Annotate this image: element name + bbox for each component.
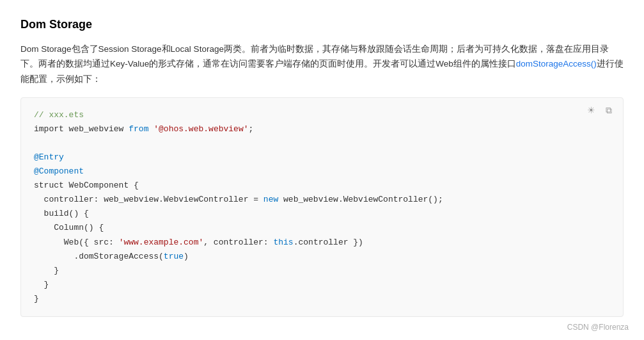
code-line-import: import web_webview from '@ohos.web.webvi…: [34, 124, 253, 134]
theme-toggle-icon[interactable]: ☀: [585, 104, 597, 117]
code-component-decorator: @Component: [34, 166, 84, 176]
code-domstorage-line: .domStorageAccess(true): [34, 252, 189, 261]
code-struct-line: struct WebComponent {: [34, 181, 139, 190]
code-close-build: }: [34, 280, 49, 289]
code-close-column: }: [34, 266, 59, 275]
footer-credit: CSDN @Florenza: [567, 321, 629, 334]
code-build-line: build() {: [34, 209, 89, 218]
code-web-line: Web({ src: 'www.example.com', controller…: [34, 238, 363, 247]
copy-icon[interactable]: ⧉: [602, 104, 615, 117]
code-comment: // xxx.ets: [34, 110, 84, 120]
page-container: Dom Storage Dom Storage包含了Session Storag…: [0, 0, 644, 340]
code-entry-decorator: @Entry: [34, 152, 64, 162]
description: Dom Storage包含了Session Storage和Local Stor…: [20, 42, 624, 87]
code-pre: // xxx.ets import web_webview from '@oho…: [34, 108, 610, 306]
code-toolbar: ☀ ⧉: [585, 104, 615, 117]
domStorageAccess-link[interactable]: domStorageAccess(): [516, 59, 597, 69]
code-block: ☀ ⧉ // xxx.ets import web_webview from '…: [20, 97, 624, 317]
code-column-line: Column() {: [34, 223, 104, 232]
page-title: Dom Storage: [20, 15, 624, 34]
code-close-struct: }: [34, 294, 39, 304]
code-controller-line: controller: web_webview.WebviewControlle…: [34, 195, 443, 204]
